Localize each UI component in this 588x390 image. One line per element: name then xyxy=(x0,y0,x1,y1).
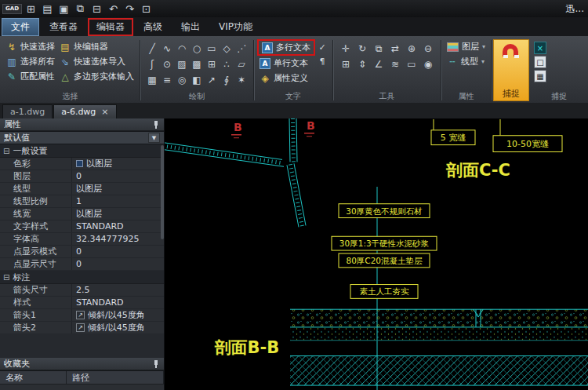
layer-icon xyxy=(447,42,459,52)
seam-10-50-label: 10-50宽缝 xyxy=(506,139,549,149)
snap-button[interactable]: 捕捉 xyxy=(493,39,529,101)
select-all-button[interactable]: ▥选择所有 xyxy=(4,54,57,69)
save-icon[interactable]: ▣ xyxy=(56,2,72,16)
wipeout-icon[interactable]: ◧ xyxy=(190,72,204,87)
pin-icon[interactable] xyxy=(152,120,160,129)
zoom-in-icon[interactable]: ⊕ xyxy=(404,41,419,56)
xline-icon[interactable]: ⋰ xyxy=(234,41,249,56)
favorites-column-path[interactable]: 路径 xyxy=(67,371,164,384)
line-icon[interactable]: ╱ xyxy=(145,41,159,56)
new-file-icon[interactable]: ⊞ xyxy=(23,2,39,16)
region-icon[interactable]: ▱ xyxy=(234,56,249,71)
favorites-column-name[interactable]: 名称 xyxy=(0,371,67,384)
helix-icon[interactable]: ∮ xyxy=(220,72,234,87)
menu-viewer[interactable]: 查看器 xyxy=(41,18,86,36)
property-row-linetype-scale[interactable]: 线型比例1 xyxy=(0,195,164,208)
property-row-lineweight[interactable]: 线宽以图层 xyxy=(0,208,164,221)
tab-a-6-dwg[interactable]: a-6.dwg× xyxy=(53,104,116,118)
property-row-layer[interactable]: 图层0 xyxy=(0,170,164,183)
mirror-icon[interactable]: ⇄ xyxy=(387,41,403,56)
spell-check-icon[interactable]: ✓ xyxy=(316,40,328,54)
section-general[interactable]: ⊟ 一般设置 xyxy=(0,144,164,158)
property-row-arrow-size[interactable]: 箭头尺寸2.5 xyxy=(0,284,164,297)
frame-icon[interactable]: □ xyxy=(534,56,546,68)
property-row-text-style[interactable]: 文字样式STANDARD xyxy=(0,221,164,233)
collapse-icon[interactable]: ⊟ xyxy=(3,273,9,282)
quick-entity-import-button[interactable]: ⇘快速选体导入 xyxy=(57,54,136,69)
print-icon[interactable]: ⊟ xyxy=(89,2,105,16)
menu-editor[interactable]: 编辑器 xyxy=(88,18,133,36)
chevron-down-icon[interactable]: ▼ xyxy=(148,133,160,143)
hatch-icon[interactable]: ▨ xyxy=(175,56,189,71)
main-content: 属性 默认值 ▼ ⊟ 一般设置 色彩以图层 图层0 线型以图层 线型比例1 线宽… xyxy=(0,118,588,390)
open-file-icon[interactable]: ▤ xyxy=(39,2,56,16)
tab-close-icon[interactable]: × xyxy=(101,108,108,116)
property-row-arrow1[interactable]: 箭头1↗倾斜/以45度角 xyxy=(0,309,164,322)
attdef-button[interactable]: ◈属性定义 xyxy=(257,71,315,86)
redo-icon[interactable]: ↷ xyxy=(122,2,138,16)
mtext-button[interactable]: A多行文本 xyxy=(257,39,315,56)
rotate-icon[interactable]: ↻ xyxy=(354,41,370,56)
property-row-point-mode[interactable]: 点显示模式0 xyxy=(0,246,164,258)
copy-icon[interactable]: ⧉ xyxy=(371,41,387,56)
property-row-color[interactable]: 色彩以图层 xyxy=(0,158,164,170)
arc-icon[interactable]: ◠ xyxy=(175,41,189,56)
linetype-manager-button[interactable]: ╌线型▾ xyxy=(445,54,488,69)
table-icon[interactable]: ▦ xyxy=(145,72,159,87)
layout-icon[interactable]: ⊡ xyxy=(138,2,154,16)
text-extra-icons: ✓¶ xyxy=(315,39,329,69)
menu-file[interactable]: 文件 xyxy=(2,18,39,36)
zoom-out-icon[interactable]: ⊖ xyxy=(420,41,436,56)
snap-toggle-icons: ×□▦ xyxy=(532,39,548,85)
block-editor-button[interactable]: ▤块编辑器 xyxy=(57,39,136,54)
drawing-canvas[interactable]: B B xyxy=(165,118,588,390)
text-style-icon[interactable]: ¶ xyxy=(316,54,328,68)
donut-icon[interactable]: ◎ xyxy=(175,72,189,87)
undo-icon[interactable]: ↶ xyxy=(105,2,122,16)
snap-toggle-icon[interactable]: × xyxy=(534,42,546,54)
linetype-icon: ╌ xyxy=(447,56,458,67)
star-icon[interactable]: ✶ xyxy=(234,72,249,87)
block-insert-icon[interactable]: ⊞ xyxy=(205,56,219,71)
property-row-point-size[interactable]: 点显示尺寸0 xyxy=(0,258,164,271)
tab-a-1-dwg[interactable]: a-1.dwg xyxy=(2,104,53,118)
zoom-window-icon[interactable]: ⊞ xyxy=(338,56,354,71)
match-properties-button[interactable]: ✎匹配属性 xyxy=(4,69,57,84)
dtext-button[interactable]: A单行文本 xyxy=(257,56,315,71)
preset-dropdown[interactable]: 默认值 ▼ xyxy=(0,131,164,144)
array-icon[interactable]: ≋ xyxy=(387,56,403,71)
save-as-icon[interactable]: ⧉ xyxy=(72,2,89,16)
menu-vip[interactable]: VIP功能 xyxy=(210,18,261,36)
multiline-icon[interactable]: ≡ xyxy=(160,72,174,87)
rectangle-icon[interactable]: ▭ xyxy=(205,41,219,56)
ribbon: ↯快速选择 ▥选择所有 ✎匹配属性 ▤块编辑器 ⇘快速选体导入 △多边形实体输入… xyxy=(0,36,588,103)
section-dimension[interactable]: ⊟ 标注 xyxy=(0,271,164,284)
property-row-arrow2[interactable]: 箭头2↗倾斜/以45度角 xyxy=(0,322,164,334)
polygon-entity-input-button[interactable]: △多边形实体输入 xyxy=(57,69,136,84)
pan-icon[interactable]: ⇕ xyxy=(354,56,370,71)
point-icon[interactable]: ∴ xyxy=(220,56,234,71)
collapse-icon[interactable]: ⊟ xyxy=(3,147,9,155)
circle-icon[interactable]: ○ xyxy=(190,41,204,56)
center-icon[interactable]: ◉ xyxy=(420,56,436,71)
polyline-icon[interactable]: ∿ xyxy=(160,41,174,56)
pin-icon[interactable] xyxy=(152,359,160,369)
menu-output[interactable]: 输出 xyxy=(172,18,209,36)
gradient-icon[interactable]: ▩ xyxy=(190,56,204,71)
property-row-linetype[interactable]: 线型以图层 xyxy=(0,183,164,195)
ray-icon[interactable]: ↗ xyxy=(205,72,219,87)
quick-select-button[interactable]: ↯快速选择 xyxy=(4,39,57,54)
layer-manager-button[interactable]: 图层▾ xyxy=(445,39,488,54)
spline-icon[interactable]: ʃ xyxy=(145,56,159,71)
move-icon[interactable]: ✛ xyxy=(338,41,354,56)
panel-scrollbar[interactable] xyxy=(161,145,164,239)
property-row-dim-style[interactable]: 样式STANDARD xyxy=(0,297,164,309)
measure-angle-icon[interactable]: ∠ xyxy=(371,56,387,71)
property-row-text-height[interactable]: 字体高32.344777925 xyxy=(0,233,164,246)
extents-icon[interactable]: ▭ xyxy=(404,56,419,71)
polygon-icon[interactable]: ◇ xyxy=(220,41,234,56)
menu-advanced[interactable]: 高级 xyxy=(135,18,171,36)
ellipse-icon[interactable]: ⊙ xyxy=(160,56,174,71)
ribbon-group-draw: ╱∿◠○▭◇⋰ʃ⊙▨▩⊞∴▱▦≡◎◧↗∮✶ 绘制 xyxy=(141,38,252,103)
grid-toggle-icon[interactable]: ▦ xyxy=(534,70,546,82)
